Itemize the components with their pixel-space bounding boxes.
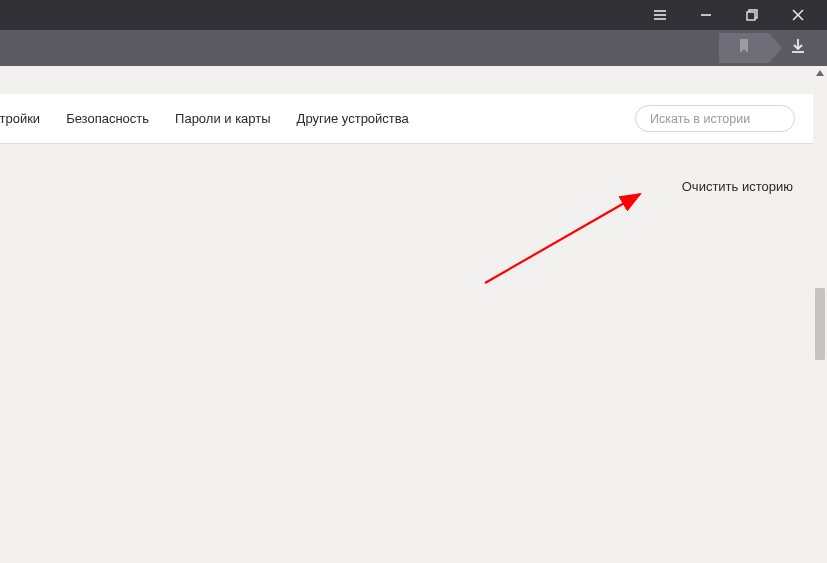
tab-settings[interactable]: стройки xyxy=(0,111,40,126)
tabs-bar: стройки Безопасность Пароли и карты Друг… xyxy=(0,94,813,144)
vertical-scrollbar-track[interactable] xyxy=(813,66,827,563)
tab-security[interactable]: Безопасность xyxy=(66,111,149,126)
browser-toolbar xyxy=(0,30,827,66)
svg-marker-9 xyxy=(816,70,824,76)
scroll-up-icon[interactable] xyxy=(813,66,827,80)
vertical-scrollbar-thumb[interactable] xyxy=(815,288,825,360)
clear-history-link[interactable]: Очистить историю xyxy=(682,179,793,194)
tab-other-devices[interactable]: Другие устройства xyxy=(297,111,409,126)
tab-passwords[interactable]: Пароли и карты xyxy=(175,111,271,126)
page-content: стройки Безопасность Пароли и карты Друг… xyxy=(0,66,827,563)
search-history-input[interactable] xyxy=(650,112,780,126)
window-titlebar xyxy=(0,0,827,30)
svg-line-11 xyxy=(485,194,640,283)
close-icon[interactable] xyxy=(775,0,821,30)
hamburger-menu-icon[interactable] xyxy=(637,0,683,30)
svg-rect-4 xyxy=(747,12,755,20)
download-icon xyxy=(789,37,807,59)
bookmark-icon xyxy=(738,39,750,57)
bookmark-button[interactable] xyxy=(719,30,769,66)
minimize-icon[interactable] xyxy=(683,0,729,30)
maximize-restore-icon[interactable] xyxy=(729,0,775,30)
search-history-input-wrap[interactable] xyxy=(635,105,795,132)
